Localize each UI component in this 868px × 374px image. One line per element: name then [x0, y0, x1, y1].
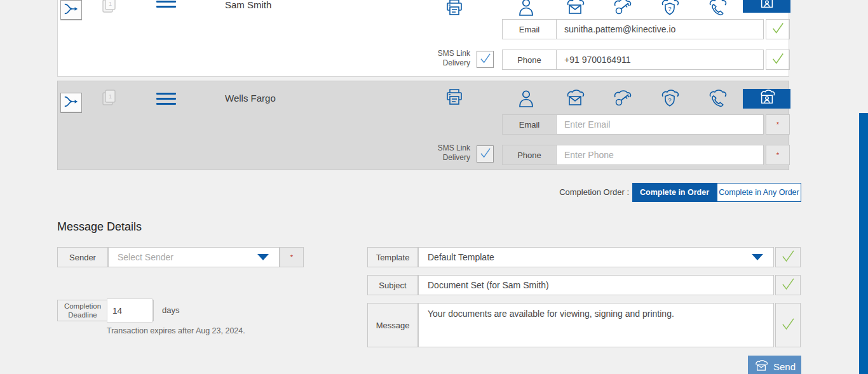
email-delivery-icon[interactable] [564, 90, 586, 110]
email-label: Email [503, 20, 557, 39]
routing-order-button[interactable] [60, 93, 82, 113]
phone-input[interactable] [557, 145, 763, 164]
phone-label: Phone [503, 50, 557, 69]
svg-text:1: 1 [109, 93, 112, 100]
recipient-name: Wells Fargo [225, 93, 276, 104]
expiry-note: Transaction expires after Aug 23, 2024. [107, 326, 245, 335]
in-person-icon[interactable] [517, 89, 535, 110]
send-button[interactable]: Send [748, 356, 801, 374]
check-icon [780, 248, 796, 267]
required-asterisk: * [776, 152, 779, 159]
security-question-icon[interactable]: ? [659, 0, 681, 18]
deadline-input-wrap [107, 298, 153, 323]
document-count-icon: 1 [101, 88, 118, 110]
routing-order-button[interactable] [60, 0, 82, 20]
check-icon [780, 276, 796, 295]
in-branch-icon [757, 0, 777, 13]
sms-link-delivery-label: SMS LinkDelivery [423, 49, 470, 68]
email-input[interactable] [557, 115, 763, 134]
deadline-days-input[interactable] [107, 299, 152, 322]
recipient-name: Sam Smith [225, 0, 271, 10]
drag-handle[interactable] [156, 0, 176, 8]
template-valid-check [775, 247, 801, 267]
drag-handle[interactable] [156, 93, 176, 105]
email-valid-check [766, 19, 790, 39]
email-input[interactable] [557, 20, 763, 39]
checkbox-check-icon [478, 146, 492, 163]
phone-field-row: Phone [502, 145, 764, 165]
message-details-heading: Message Details [57, 220, 142, 234]
subject-valid-check [775, 275, 801, 295]
access-key-icon[interactable] [611, 90, 633, 110]
sms-link-delivery-label: SMS LinkDelivery [423, 144, 470, 163]
phone-input[interactable] [557, 50, 763, 69]
chevron-down-icon [752, 254, 763, 260]
sender-dropdown[interactable]: Select Sender [108, 247, 280, 267]
deadline-unit-label: days [162, 305, 179, 315]
phone-field-row: Phone [502, 50, 764, 70]
document-count-icon: 1 [101, 0, 118, 17]
in-branch-delivery-selected[interactable] [743, 89, 790, 109]
in-branch-icon [757, 90, 777, 109]
vertical-scrollbar-thumb[interactable] [859, 113, 868, 374]
subject-label: Subject [367, 275, 418, 295]
sender-required-mark: * [280, 247, 304, 267]
check-icon [770, 20, 785, 38]
template-dropdown[interactable]: Default Template [418, 247, 774, 267]
email-label: Email [503, 115, 557, 134]
check-icon [780, 316, 796, 335]
access-key-icon[interactable] [611, 0, 633, 18]
message-label: Message [367, 303, 418, 347]
security-question-icon[interactable]: ? [659, 90, 681, 110]
sender-label: Sender [57, 247, 108, 267]
complete-in-order-button[interactable]: Complete in Order [632, 183, 717, 202]
send-button-label: Send [773, 361, 796, 372]
print-icon[interactable] [444, 0, 465, 19]
svg-text:?: ? [668, 5, 671, 12]
sms-link-delivery-checkbox[interactable] [477, 51, 494, 68]
phone-label: Phone [503, 145, 557, 164]
send-cloud-envelope-icon [754, 359, 769, 374]
subject-input[interactable] [419, 276, 773, 295]
required-asterisk: * [290, 254, 293, 261]
completion-order-label: Completion Order : [543, 187, 629, 197]
email-field-row: Email [502, 114, 764, 135]
email-delivery-icon[interactable] [564, 0, 586, 18]
merge-arrow-icon [63, 1, 79, 19]
sms-link-delivery-checkbox[interactable] [477, 145, 494, 163]
svg-text:?: ? [668, 97, 671, 104]
svg-text:1: 1 [109, 1, 112, 7]
phone-required-mark: * [766, 145, 790, 165]
complete-in-any-order-button[interactable]: Complete in Any Order [717, 183, 801, 202]
print-icon[interactable] [444, 88, 465, 109]
phone-call-icon[interactable] [707, 90, 728, 110]
email-required-mark: * [766, 114, 790, 135]
template-label: Template [367, 247, 418, 267]
message-textarea[interactable]: Your documents are available for viewing… [419, 304, 773, 347]
message-valid-check [775, 303, 801, 347]
in-person-icon[interactable] [517, 0, 535, 19]
email-field-row: Email [502, 19, 764, 39]
in-branch-delivery-selected[interactable] [743, 0, 790, 13]
check-icon [770, 51, 785, 69]
message-field: Your documents are available for viewing… [418, 303, 774, 347]
completion-deadline-label: Completion Deadline [58, 300, 107, 321]
subject-field [418, 275, 774, 295]
checkbox-check-icon [478, 51, 492, 68]
chevron-down-icon [257, 254, 269, 260]
merge-arrow-icon [63, 94, 79, 112]
required-asterisk: * [776, 121, 779, 128]
phone-call-icon[interactable] [707, 0, 728, 18]
phone-valid-check [766, 50, 790, 70]
